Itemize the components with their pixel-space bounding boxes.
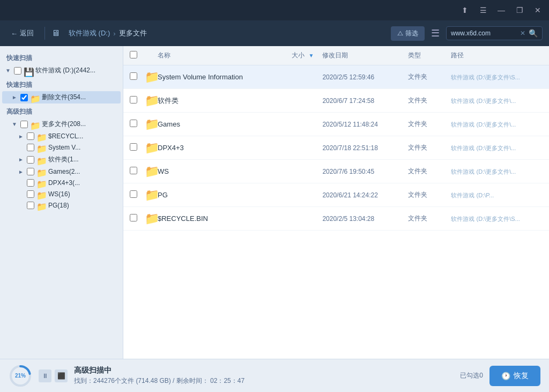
file-path-0: 软件游戏 (D:\更多文件\S... — [451, 74, 520, 80]
checked-count: 已勾选0 — [460, 371, 483, 380]
breadcrumb-separator: › — [113, 29, 115, 38]
bottom-right: 已勾选0 🕐 恢复 — [460, 366, 540, 386]
sidebar-item-games[interactable]: ► 📁 Games(2... — [2, 166, 121, 177]
header-size: 大小 ▼ — [279, 51, 322, 60]
table-row[interactable]: 📁 System Volume Information 2020/2/5 12:… — [123, 65, 549, 89]
sidebar-checkbox-drive[interactable] — [14, 67, 21, 75]
bottom-bar: 21% ⏸ ⬛ 高级扫描中 找到：244276个文件 (714.48 GB) /… — [0, 359, 549, 392]
stop-button[interactable]: ⬛ — [55, 369, 68, 382]
file-name-4: WS — [158, 167, 169, 175]
sidebar-item-ws[interactable]: ► 📁 WS(16) — [2, 189, 121, 199]
sidebar-label-drive: 软件游戏 (D:)(2442... — [35, 66, 116, 75]
table-row[interactable]: 📁 软件类 2020/6/7 17:24:58 文件夹 软件游戏 (D:\更多文… — [123, 89, 549, 113]
file-date-6: 2020/2/5 13:04:28 — [322, 215, 374, 223]
filter-button[interactable]: ⧍ 筛选 — [391, 26, 425, 41]
sidebar-arrow-recycle: ► — [17, 132, 25, 140]
breadcrumb-drive[interactable]: 软件游戏 (D:) — [69, 28, 110, 38]
table-row[interactable]: 📁 WS 2020/7/6 19:50:45 文件夹 软件游戏 (D:\更多文件… — [123, 160, 549, 183]
file-list: 名称 大小 ▼ 修改日期 类型 路径 📁 System Volume Infor… — [123, 46, 549, 359]
restore-button[interactable]: 🕐 恢复 — [489, 366, 540, 386]
table-row[interactable]: 📁 DPX4+3 2020/7/18 22:51:18 文件夹 软件游戏 (D:… — [123, 136, 549, 160]
file-type-2: 文件夹 — [408, 120, 427, 128]
table-row[interactable]: 📁 $RECYCLE.BIN 2020/2/5 13:04:28 文件夹 软件游… — [123, 207, 549, 231]
view-menu-button[interactable]: ☰ — [429, 25, 442, 41]
sidebar-checkbox-pg[interactable] — [27, 202, 34, 209]
select-all-checkbox[interactable] — [130, 51, 137, 58]
file-date-2: 2020/5/12 11:48:24 — [322, 121, 377, 128]
url-bar: www.x6d.com ✕ 🔍 — [446, 26, 543, 40]
scan-title: 高级扫描中 — [74, 366, 454, 375]
sidebar-checkbox-software[interactable] — [27, 156, 34, 164]
main-layout: 快速扫描 ▼ 💾 软件游戏 (D:)(2442... 快速扫描 ► 📁 删除文件… — [0, 46, 549, 359]
file-type-4: 文件夹 — [408, 167, 427, 175]
row-checkbox-1[interactable] — [130, 96, 137, 103]
table-row[interactable]: 📁 PG 2020/6/21 14:24:22 文件夹 软件游戏 (D:\P..… — [123, 183, 549, 207]
row-checkbox-0[interactable] — [130, 72, 137, 80]
header-date[interactable]: 修改日期 — [322, 51, 408, 60]
sidebar-item-morefiles[interactable]: ▼ 📁 更多文件(208... — [2, 118, 121, 130]
folder-icon-2: 📁 — [145, 117, 159, 131]
folder-icon-0: 📁 — [145, 70, 159, 84]
sidebar-folder-morefiles-icon: 📁 — [30, 121, 40, 128]
file-path-2: 软件游戏 (D:\更多文件\... — [451, 121, 516, 128]
header-path: 路径 — [451, 51, 543, 60]
scan-detail: 找到：244276个文件 (714.48 GB) / 剩余时间： 02：25：4… — [74, 376, 454, 386]
toolbar: ← 返回 🖥 软件游戏 (D:) › 更多文件 ⧍ 筛选 ☰ www.x6d.c… — [0, 20, 549, 46]
file-type-0: 文件夹 — [408, 73, 427, 80]
breadcrumb: 软件游戏 (D:) › 更多文件 — [69, 28, 384, 38]
row-checkbox-4[interactable] — [130, 167, 137, 174]
url-clear-icon[interactable]: ✕ — [520, 29, 525, 37]
sidebar-checkbox-ws[interactable] — [27, 190, 34, 198]
progress-percent: 21% — [15, 373, 26, 379]
row-checkbox-3[interactable] — [130, 143, 137, 151]
row-checkbox-2[interactable] — [130, 120, 137, 127]
minimize-button[interactable]: — — [494, 3, 508, 17]
row-checkbox-6[interactable] — [130, 214, 137, 221]
sidebar-label-recycle: $RECYCL... — [48, 132, 116, 140]
sidebar-label-morefiles: 更多文件(208... — [42, 120, 116, 129]
pause-button[interactable]: ⏸ — [39, 369, 51, 382]
file-name-2: Games — [158, 120, 180, 128]
drive-icon: 🖥 — [51, 28, 60, 38]
advanced-scan-label: 快速扫描 — [0, 77, 123, 91]
restore-icon: 🕐 — [501, 372, 510, 380]
sidebar-item-systemv[interactable]: ► 📁 System V... — [2, 142, 121, 153]
sidebar-checkbox-deleted[interactable] — [20, 94, 28, 101]
sidebar-item-software[interactable]: ► 📁 软件类(1... — [2, 153, 121, 166]
back-label: 返回 — [20, 28, 34, 38]
folder-icon-3: 📁 — [145, 141, 159, 154]
sidebar-checkbox-games[interactable] — [27, 168, 34, 175]
table-row[interactable]: 📁 Games 2020/5/12 11:48:24 文件夹 软件游戏 (D:\… — [123, 113, 549, 136]
file-list-header: 名称 大小 ▼ 修改日期 类型 路径 — [123, 46, 549, 65]
menu-button[interactable]: ☰ — [476, 3, 490, 17]
filter-label: 筛选 — [405, 29, 418, 38]
sidebar-label-ws: WS(16) — [48, 190, 116, 198]
sidebar-checkbox-systemv[interactable] — [27, 144, 34, 151]
sidebar-item-recycle[interactable]: ► 📁 $RECYCL... — [2, 131, 121, 142]
back-button[interactable]: ← 返回 — [6, 26, 38, 40]
close-button[interactable]: ✕ — [531, 3, 545, 17]
sidebar-folder-software-icon: 📁 — [36, 156, 46, 164]
filter-icon: ⧍ — [397, 29, 403, 37]
control-buttons: ⏸ ⬛ — [39, 369, 68, 382]
breadcrumb-folder[interactable]: 更多文件 — [119, 28, 147, 38]
restore-button[interactable]: ❐ — [513, 3, 526, 17]
share-button[interactable]: ⬆ — [458, 3, 472, 17]
sidebar-item-pg[interactable]: ► 📁 PG(18) — [2, 200, 121, 211]
sidebar-item-drive[interactable]: ▼ 💾 软件游戏 (D:)(2442... — [2, 64, 121, 77]
sidebar-label-systemv: System V... — [48, 144, 116, 151]
row-checkbox-5[interactable] — [130, 190, 137, 198]
file-path-1: 软件游戏 (D:\更多文件\... — [451, 98, 516, 104]
sidebar-checkbox-morefiles[interactable] — [20, 121, 28, 128]
sidebar-arrow-software: ► — [17, 156, 25, 164]
sidebar-item-dpx[interactable]: ► 📁 DPX4+3(... — [2, 177, 121, 188]
sidebar-checkbox-recycle[interactable] — [27, 132, 34, 140]
sidebar-folder-dpx-icon: 📁 — [36, 179, 46, 187]
sidebar-checkbox-dpx[interactable] — [27, 179, 34, 187]
title-bar: ⬆ ☰ — ❐ ✕ — [0, 0, 549, 20]
header-name[interactable]: 名称 — [158, 51, 279, 60]
sidebar-folder-systemv-icon: 📁 — [36, 144, 46, 151]
url-search-icon[interactable]: 🔍 — [529, 29, 538, 38]
sidebar: 快速扫描 ▼ 💾 软件游戏 (D:)(2442... 快速扫描 ► 📁 删除文件… — [0, 46, 123, 359]
sidebar-item-deleted[interactable]: ► 📁 删除文件(354... — [2, 91, 121, 103]
